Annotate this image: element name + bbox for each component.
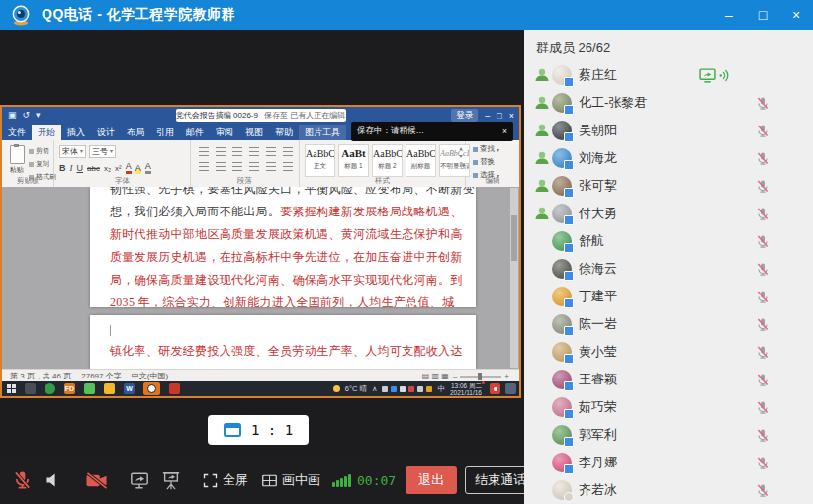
ribbon-tab: 审阅	[210, 125, 239, 140]
camera-off-button[interactable]	[84, 470, 110, 491]
member-row[interactable]: 化工-张黎君	[524, 89, 813, 117]
avatar	[552, 176, 572, 196]
member-name: 茹巧荣	[579, 398, 617, 416]
member-row[interactable]: 黄小莹	[524, 338, 813, 366]
member-row[interactable]: 李丹娜	[524, 449, 813, 476]
window-ratio-icon	[224, 423, 241, 437]
avatar	[552, 148, 572, 168]
ribbon-tab: 视图	[239, 125, 269, 140]
avatar	[552, 314, 572, 334]
pip-label: 画中画	[282, 471, 320, 489]
weather-text: 6°C 晴	[345, 384, 367, 394]
whiteboard-share-button[interactable]	[161, 470, 181, 491]
projector-share-icon	[161, 470, 181, 491]
signal-strength-icon	[332, 473, 351, 487]
online-badge	[564, 437, 574, 447]
word-document-title: 党代会报告摘编 0026-9 保存至 已有人正在编辑	[176, 109, 346, 122]
font-group: 宋体▾ 三号▾ BIUabcx₂x²AAA 字体	[54, 140, 191, 187]
ratio-label: 1 : 1	[251, 422, 293, 438]
maximize-button[interactable]: □	[746, 0, 779, 30]
word-document-area: 韧性强、先手棋，要塞住风险关口，平衡风险、应变布局、不断新变想，我们必须入局而不…	[2, 187, 519, 369]
minimize-button[interactable]: –	[712, 0, 746, 30]
word-saving-tooltip: 保存中：请稍候… ×	[351, 122, 513, 141]
sharing-screen-icon	[699, 68, 716, 83]
member-row[interactable]: 王睿颖	[524, 366, 813, 393]
member-row[interactable]: 徐海云	[524, 255, 813, 283]
muted-mic-icon	[756, 96, 769, 111]
ribbon-tab: 邮件	[180, 125, 210, 140]
muted-mic-icon	[756, 234, 769, 249]
view-mode-icon: ▦	[441, 372, 449, 380]
online-person-icon	[534, 206, 552, 221]
taskbar-apps: FDW	[2, 382, 180, 395]
word-scrollbar	[510, 188, 518, 368]
member-row[interactable]: 刘海龙	[524, 144, 813, 172]
editing-item: 替换	[473, 157, 499, 167]
group-label: 剪贴板	[2, 176, 53, 186]
word-minimize-icon: –	[485, 111, 490, 121]
member-name: 蔡庄红	[579, 66, 617, 84]
group-label: 段落	[191, 176, 299, 186]
ratio-1-1-button[interactable]: 1 : 1	[208, 415, 309, 445]
fullscreen-icon	[203, 473, 218, 488]
member-status	[756, 262, 813, 277]
doc-line: 局，确保高质量建设现代化河南、确保高水平实现现代化河南。到	[90, 269, 476, 292]
member-row[interactable]: 齐若冰	[524, 476, 813, 504]
close-button[interactable]: ×	[779, 0, 813, 30]
camera-off-icon	[84, 470, 110, 491]
online-badge	[564, 492, 574, 502]
style-gallery-arrows: ▴▾≡	[459, 145, 463, 167]
online-badge	[564, 105, 574, 115]
justify-icon	[249, 162, 259, 171]
member-row[interactable]: 丁建平	[524, 283, 813, 310]
exit-button[interactable]: 退出	[406, 466, 457, 494]
speaker-button[interactable]	[45, 471, 62, 489]
font-size-select: 三号▾	[89, 145, 116, 158]
online-badge	[564, 188, 574, 198]
tray-icon	[391, 386, 397, 392]
member-name: 张可挈	[579, 177, 617, 195]
member-status	[756, 290, 813, 304]
member-row[interactable]: 舒航	[524, 227, 813, 255]
line-spacing-icon	[266, 162, 276, 171]
screen-share-button[interactable]	[130, 470, 149, 491]
member-name: 吴朝阳	[579, 122, 617, 139]
online-badge	[564, 354, 574, 364]
font-button: B	[59, 163, 66, 174]
member-row[interactable]: 郭军利	[524, 421, 813, 449]
muted-mic-icon	[756, 373, 769, 387]
avatar	[552, 231, 572, 251]
word-ribbon: 粘贴 剪切复制格式刷 剪贴板 宋体▾ 三号▾ BIUabcx₂x²AAA 字体	[2, 140, 519, 188]
doc-status-text: 保存至 已有人正在编辑	[264, 110, 345, 121]
font-button: A	[145, 162, 151, 174]
group-label: 字体	[54, 176, 190, 186]
mute-mic-button[interactable]	[12, 469, 33, 491]
view-mode-icon: ▥	[432, 372, 442, 380]
fullscreen-button[interactable]: 全屏	[203, 471, 248, 489]
align-right-icon	[232, 162, 242, 171]
shared-screen[interactable]: ▣↺▾ 党代会报告摘编 0026-9 保存至 已有人正在编辑 登录 – □ × …	[0, 105, 521, 398]
indent-decrease-icon	[249, 147, 259, 156]
member-status	[756, 207, 813, 221]
styles-group: AaBbC正文AaBt标题 1AaBbC标题 2AaBbC副标题AaBbCcD不…	[300, 140, 466, 187]
member-row[interactable]: 付大勇	[524, 200, 813, 227]
mic-muted-icon	[12, 469, 33, 491]
member-row[interactable]: 吴朝阳	[524, 117, 813, 144]
online-person-icon	[534, 178, 552, 194]
member-row[interactable]: 蔡庄红	[524, 61, 813, 89]
member-status	[756, 373, 813, 387]
word-status-bar: 第 3 页，共 46 页 27697 个字 中文(中国) ▤ ▥ ▦ – +	[2, 369, 519, 382]
group-label: 编辑	[466, 176, 519, 186]
member-row[interactable]: 陈一岩	[524, 310, 813, 338]
word-quick-access-toolbar: ▣↺▾	[8, 109, 41, 122]
call-toolbar: 全屏 画中画 00:07 退出 结束通话	[0, 457, 524, 504]
pip-button[interactable]: 画中画	[262, 471, 320, 489]
online-badge	[564, 271, 574, 281]
member-status	[756, 96, 813, 111]
member-row[interactable]: 茹巧荣	[524, 393, 813, 421]
member-row[interactable]: 张可挈	[524, 172, 813, 200]
member-name: 黄小莹	[579, 343, 617, 361]
member-status	[756, 483, 813, 498]
member-status	[699, 68, 813, 83]
muted-mic-icon	[756, 262, 769, 277]
